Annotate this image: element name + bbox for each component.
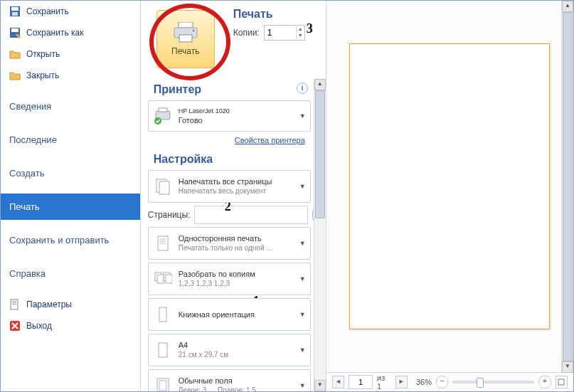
zoom-fit-button[interactable] (556, 376, 568, 388)
preview-scrollbar[interactable]: ▲ ▼ (561, 1, 573, 373)
copies-down[interactable]: ▼ (296, 33, 304, 39)
sidebar-item-recent[interactable]: Последние (1, 127, 140, 153)
scroll-thumb[interactable] (315, 90, 325, 218)
one-sided-icon (153, 233, 173, 253)
pages-input[interactable] (194, 206, 308, 224)
backstage-sidebar: Сохранить Сохранить как Открыть Закрыть … (1, 1, 141, 391)
annotation-3: 3 (307, 22, 313, 35)
sidebar-item-open[interactable]: Открыть (1, 43, 140, 65)
next-page-button[interactable]: ► (395, 376, 408, 388)
opt-margins[interactable]: Обычные поляЛевое: 3 … Правое: 1,5 … ▼ (148, 369, 311, 391)
sidebar-item-new[interactable]: Создать (1, 160, 140, 186)
scroll-down[interactable]: ▼ (314, 380, 326, 391)
zoom-slider[interactable] (452, 381, 534, 383)
chevron-down-icon: ▼ (299, 382, 306, 389)
opt-sub: Напечатать весь документ (179, 186, 272, 196)
printer-icon (173, 22, 198, 43)
zoom-out-button[interactable]: − (436, 376, 448, 388)
opt-sub: 21 см x 29,7 см (179, 350, 228, 359)
sidebar-item-close[interactable]: Закрыть (1, 65, 140, 86)
label: Последние (9, 134, 57, 145)
copies-label: Копии: (233, 28, 260, 38)
chevron-down-icon: ▼ (299, 346, 306, 354)
settings-section-title: Настройка (147, 149, 312, 167)
printer-properties-link[interactable]: Свойства принтера (147, 134, 312, 149)
preview-page (349, 43, 550, 329)
printer-info-icon[interactable]: i (297, 83, 308, 94)
prev-page-button[interactable]: ◄ (332, 376, 344, 388)
options-icon (9, 299, 21, 310)
svg-rect-15 (159, 108, 167, 112)
scroll-up[interactable]: ▲ (314, 79, 326, 90)
svg-rect-12 (179, 35, 192, 42)
opt-title: Разобрать по копиям (179, 270, 255, 279)
svg-rect-10 (179, 22, 193, 28)
svg-rect-31 (558, 379, 564, 385)
opt-paper-size[interactable]: A421 см x 29,7 см ▼ (148, 334, 311, 366)
opt-sub: Левое: 3 … Правое: 1,5 … (179, 386, 265, 391)
svg-rect-7 (12, 302, 16, 303)
copies-input[interactable] (265, 26, 296, 39)
app-window: Сохранить Сохранить как Открыть Закрыть … (0, 0, 574, 392)
zoom-percent: 36% (416, 378, 432, 386)
opt-title: Обычные поля (179, 376, 265, 386)
close-folder-icon (9, 70, 21, 81)
sidebar-item-save-as[interactable]: Сохранить как (1, 22, 140, 43)
sidebar-item-save[interactable]: Сохранить (1, 1, 140, 22)
label: Справка (9, 268, 46, 279)
open-icon (9, 48, 21, 60)
print-button[interactable]: Печать (156, 10, 215, 68)
portrait-icon (153, 304, 173, 324)
sidebar-item-info[interactable]: Сведения (1, 93, 140, 120)
label: Печать (9, 201, 40, 212)
chevron-down-icon: ▼ (299, 275, 306, 282)
label: Сохранить как (26, 28, 83, 38)
svg-rect-8 (12, 304, 16, 304)
preview-footer: ◄ из 1 ► 36% − + (326, 372, 573, 391)
copies-up[interactable]: ▲ (296, 26, 304, 33)
save-as-icon (9, 27, 21, 38)
pages-label: Страницы: (148, 210, 191, 220)
opt-title: A4 (179, 341, 228, 350)
label: Сохранить (26, 6, 69, 16)
sidebar-item-help[interactable]: Справка (1, 260, 140, 287)
opt-orientation[interactable]: Книжная ориентация ▼ (148, 298, 311, 331)
sidebar-item-options[interactable]: Параметры (1, 294, 140, 315)
svg-rect-28 (159, 343, 167, 357)
label: Создать (9, 168, 44, 179)
pages-info-icon[interactable]: i (312, 209, 313, 221)
sidebar-item-exit[interactable]: Выход (1, 315, 140, 337)
label: Сведения (9, 101, 51, 112)
page-number-input[interactable] (349, 375, 373, 389)
chevron-down-icon: ▼ (299, 240, 306, 247)
label: Выход (26, 321, 52, 331)
scroll-thumb[interactable] (563, 12, 573, 361)
copies-spinner[interactable]: ▲▼ (264, 25, 305, 41)
sidebar-item-print[interactable]: Печать (1, 194, 140, 220)
svg-rect-24 (157, 275, 164, 283)
opt-collate[interactable]: Разобрать по копиям1,2,3 1,2,3 1,2,3 ▼ (148, 263, 311, 295)
zoom-slider-knob[interactable] (477, 378, 484, 388)
print-button-label: Печать (171, 46, 199, 56)
settings-scrollbar[interactable]: ▲ ▼ (314, 79, 326, 391)
opt-title: Напечатать все страницы (179, 177, 272, 186)
opt-title: Односторонняя печать (179, 234, 274, 243)
opt-title: Книжная ориентация (179, 310, 255, 319)
svg-rect-18 (159, 181, 169, 194)
sidebar-item-save-send[interactable]: Сохранить и отправить (1, 227, 140, 253)
scroll-down[interactable]: ▼ (562, 361, 573, 373)
zoom-in-button[interactable]: + (538, 376, 551, 388)
chevron-down-icon: ▼ (299, 311, 306, 318)
page-size-icon (153, 340, 173, 360)
page-of-label: из 1 (377, 374, 391, 391)
chevron-down-icon: ▼ (299, 112, 306, 120)
opt-print-all[interactable]: Напечатать все страницыНапечатать весь д… (148, 170, 311, 203)
opt-one-sided[interactable]: Односторонняя печатьПечатать только на о… (148, 227, 311, 260)
scroll-up[interactable]: ▲ (562, 1, 573, 12)
label: Открыть (26, 49, 60, 59)
printer-status-icon (153, 106, 173, 126)
printer-name: HP LaserJet 1020 (179, 107, 230, 116)
collate-icon (153, 269, 173, 289)
printer-selector[interactable]: HP LaserJet 1020 Готово ▼ (148, 100, 311, 132)
svg-point-16 (154, 117, 161, 125)
